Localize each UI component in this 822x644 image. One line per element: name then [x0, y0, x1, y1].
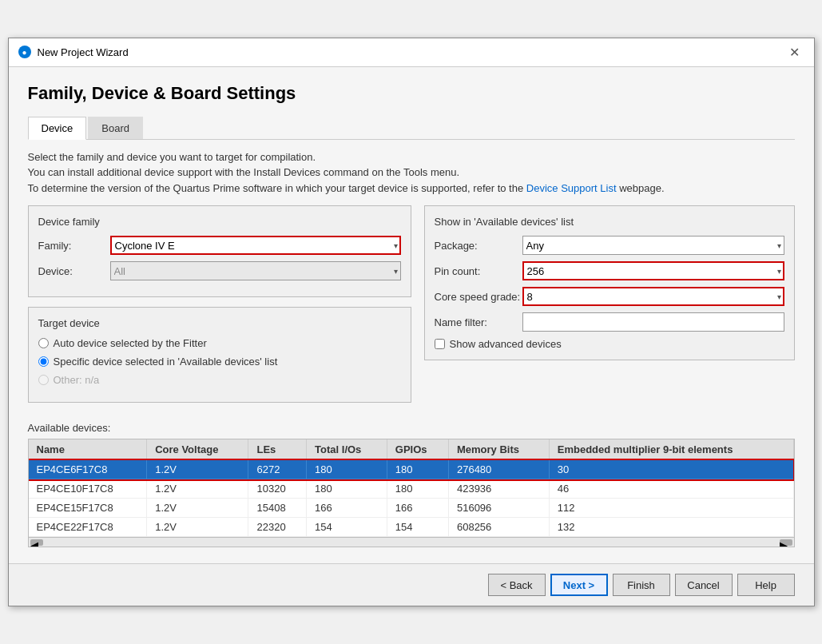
- tab-board[interactable]: Board: [88, 117, 143, 139]
- core-speed-row: Core speed grade: 8: [435, 287, 784, 306]
- title-bar-text: New Project Wizard: [38, 46, 785, 58]
- name-filter-row: Name filter:: [435, 312, 784, 332]
- table-header: Name Core Voltage LEs Total I/Os GPIOs M…: [29, 439, 794, 460]
- radio-other-label: Other: n/a: [54, 374, 100, 386]
- description-text: Select the family and device you want to…: [28, 149, 795, 197]
- back-button[interactable]: < Back: [488, 574, 546, 596]
- cell-gpios: 180: [387, 460, 448, 479]
- app-icon: ●: [18, 46, 31, 58]
- scroll-arrow-left[interactable]: ◀: [30, 539, 43, 546]
- package-row: Package: Any: [435, 236, 784, 255]
- core-speed-select-wrapper: 8: [522, 287, 784, 306]
- page-title: Family, Device & Board Settings: [28, 83, 795, 104]
- family-select-wrapper: Cyclone IV E: [110, 236, 401, 255]
- cell-emb: 112: [549, 499, 793, 518]
- radio-other-row: Other: n/a: [38, 374, 401, 386]
- show-advanced-label: Show advanced devices: [450, 338, 562, 350]
- radio-specific[interactable]: [38, 356, 49, 367]
- table-header-row: Name Core Voltage LEs Total I/Os GPIOs M…: [29, 439, 794, 460]
- show-advanced-checkbox[interactable]: [435, 339, 445, 349]
- cell-ios: 180: [307, 479, 387, 499]
- family-label: Family:: [38, 240, 110, 252]
- cell-ios: 166: [307, 499, 387, 518]
- cell-ios: 180: [307, 460, 387, 479]
- table-body: EP4CE6F17C8 1.2V 6272 180 180 276480 30 …: [29, 460, 794, 537]
- col-core-voltage: Core Voltage: [147, 439, 248, 460]
- cell-cv: 1.2V: [147, 518, 248, 537]
- cell-mem: 608256: [448, 518, 549, 537]
- cell-les: 6272: [248, 460, 307, 479]
- name-filter-label: Name filter:: [435, 316, 522, 328]
- help-button[interactable]: Help: [737, 574, 795, 596]
- family-select[interactable]: Cyclone IV E: [110, 236, 401, 255]
- radio-specific-label: Specific device selected in 'Available d…: [54, 356, 278, 368]
- finish-button[interactable]: Finish: [613, 574, 670, 596]
- left-panel: Device family Family: Cyclone IV E Devic…: [28, 205, 411, 412]
- package-select-wrapper: Any: [522, 236, 784, 255]
- cell-name: EP4CE15F17C8: [29, 499, 147, 518]
- package-label: Package:: [435, 240, 522, 252]
- family-row: Family: Cyclone IV E: [38, 236, 401, 255]
- cell-gpios: 180: [387, 479, 448, 499]
- table-row[interactable]: EP4CE10F17C8 1.2V 10320 180 180 423936 4…: [29, 479, 794, 499]
- cell-les: 15408: [248, 499, 307, 518]
- device-support-link[interactable]: Device Support List: [526, 182, 617, 194]
- cell-les: 22320: [248, 518, 307, 537]
- pin-count-select-wrapper: 256: [522, 261, 784, 280]
- scroll-arrow-right[interactable]: ▶: [780, 539, 792, 546]
- col-les: LEs: [248, 439, 307, 460]
- name-filter-input[interactable]: [522, 312, 784, 332]
- radio-auto[interactable]: [38, 338, 49, 348]
- table-row[interactable]: EP4CE15F17C8 1.2V 15408 166 166 516096 1…: [29, 499, 794, 518]
- cancel-button[interactable]: Cancel: [675, 574, 733, 596]
- radio-other[interactable]: [38, 375, 49, 385]
- table-row[interactable]: EP4CE22F17C8 1.2V 22320 154 154 608256 1…: [29, 518, 794, 537]
- main-area: Device family Family: Cyclone IV E Devic…: [28, 205, 795, 412]
- main-window: ● New Project Wizard ✕ Family, Device & …: [8, 38, 815, 607]
- cell-mem: 423936: [448, 479, 549, 499]
- desc-line3-pre: To determine the version of the Quartus …: [28, 182, 526, 194]
- device-row: Device: All: [38, 261, 401, 280]
- tab-device[interactable]: Device: [28, 117, 87, 140]
- cell-mem: 516096: [448, 499, 549, 518]
- device-family-group: Device family Family: Cyclone IV E Devic…: [28, 205, 411, 297]
- cell-name: EP4CE22F17C8: [29, 518, 147, 537]
- device-select[interactable]: All: [110, 261, 401, 280]
- device-table: Name Core Voltage LEs Total I/Os GPIOs M…: [29, 439, 794, 537]
- cell-cv: 1.2V: [147, 499, 248, 518]
- cell-ios: 154: [307, 518, 387, 537]
- tabs-container: Device Board: [28, 117, 795, 140]
- desc-line3-post: webpage.: [617, 182, 665, 194]
- close-button[interactable]: ✕: [785, 42, 804, 62]
- pin-count-select[interactable]: 256: [522, 261, 784, 280]
- core-speed-select[interactable]: 8: [522, 287, 784, 306]
- col-name: Name: [29, 439, 147, 460]
- right-panel: Show in 'Available devices' list Package…: [424, 205, 795, 412]
- next-button[interactable]: Next >: [550, 574, 608, 596]
- radio-auto-row: Auto device selected by the Fitter: [38, 337, 401, 349]
- col-memory-bits: Memory Bits: [448, 439, 549, 460]
- device-select-wrapper: All: [110, 261, 401, 280]
- target-device-title: Target device: [38, 317, 401, 329]
- cell-gpios: 166: [387, 499, 448, 518]
- device-family-title: Device family: [38, 216, 401, 228]
- table-row[interactable]: EP4CE6F17C8 1.2V 6272 180 180 276480 30: [29, 460, 794, 479]
- device-table-wrapper: Name Core Voltage LEs Total I/Os GPIOs M…: [28, 439, 795, 547]
- horizontal-scrollbar[interactable]: ◀ ▶: [29, 537, 794, 547]
- desc-line3: To determine the version of the Quartus …: [28, 181, 795, 197]
- cell-emb: 30: [549, 460, 793, 479]
- cell-gpios: 154: [387, 518, 448, 537]
- desc-line2: You can install additional device suppor…: [28, 165, 795, 181]
- cell-name: EP4CE6F17C8: [29, 460, 147, 479]
- cell-mem: 276480: [448, 460, 549, 479]
- cell-emb: 132: [549, 518, 793, 537]
- available-devices-section: Available devices: Name Core Voltage LEs…: [28, 422, 795, 547]
- cell-name: EP4CE10F17C8: [29, 479, 147, 499]
- col-embedded-mult: Embedded multiplier 9-bit elements: [549, 439, 793, 460]
- available-devices-label: Available devices:: [28, 422, 795, 434]
- title-bar: ● New Project Wizard ✕: [9, 38, 814, 67]
- package-select[interactable]: Any: [522, 236, 784, 255]
- cell-cv: 1.2V: [147, 479, 248, 499]
- desc-line1: Select the family and device you want to…: [28, 149, 795, 165]
- target-device-group: Target device Auto device selected by th…: [28, 307, 411, 403]
